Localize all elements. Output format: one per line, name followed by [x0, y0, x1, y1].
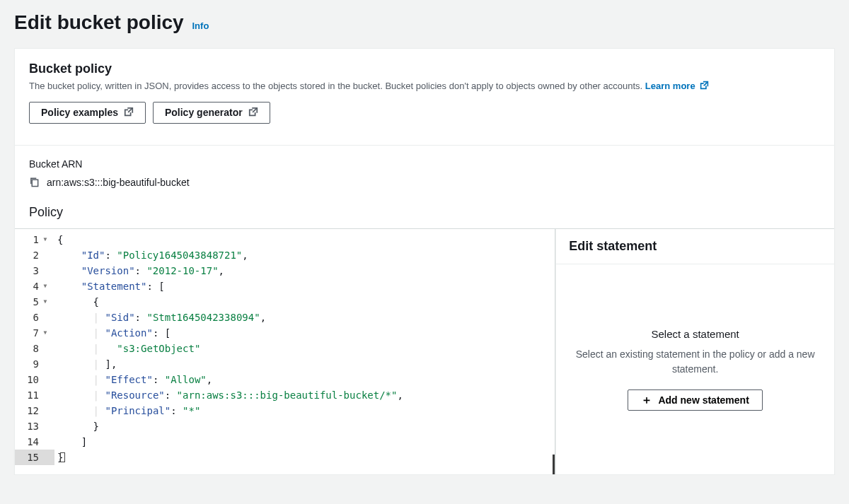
line-number: 8	[18, 341, 50, 356]
external-link-icon	[248, 107, 258, 119]
code-line[interactable]: }	[54, 450, 555, 465]
code-line[interactable]: "Id": "Policy1645043848721",	[54, 247, 555, 263]
code-line[interactable]: {	[54, 294, 555, 310]
fold-icon[interactable]: ▼	[42, 294, 49, 310]
code-line[interactable]: "Version": "2012-10-17",	[54, 263, 555, 279]
code-line[interactable]: | "Effect": "Allow",	[54, 372, 555, 387]
code-line[interactable]: {	[54, 232, 555, 247]
copy-icon[interactable]	[29, 177, 40, 187]
fold-icon[interactable]: ▼	[42, 325, 49, 341]
info-link[interactable]: Info	[192, 20, 209, 31]
line-number: 14	[18, 434, 50, 450]
code-line[interactable]: "Statement": [	[54, 279, 555, 294]
edit-statement-panel: Edit statement Select a statement Select…	[555, 229, 834, 474]
fold-icon[interactable]: ▼	[42, 232, 49, 247]
line-number: 10	[18, 372, 50, 387]
line-number: 12	[18, 403, 50, 418]
panel-title: Bucket policy	[29, 61, 820, 76]
code-line[interactable]: ]	[54, 434, 555, 450]
policy-examples-label: Policy examples	[41, 107, 118, 118]
panel-description-text: The bucket policy, written in JSON, prov…	[29, 81, 642, 91]
learn-more-text: Learn more	[645, 81, 695, 91]
line-number: 1▼	[18, 232, 50, 247]
policy-examples-button[interactable]: Policy examples	[29, 102, 146, 124]
page-title: Edit bucket policy	[14, 11, 184, 34]
line-number: 6	[18, 310, 50, 325]
learn-more-link[interactable]: Learn more	[645, 81, 709, 91]
line-number: 3	[18, 263, 50, 279]
select-statement-hint: Select an existing statement in the poli…	[573, 347, 817, 377]
code-line[interactable]: | "Resource": "arn:aws:s3:::big-beautifu…	[54, 387, 555, 403]
policy-generator-label: Policy generator	[165, 107, 243, 118]
policy-section-label: Policy	[29, 205, 820, 220]
add-new-statement-label: Add new statement	[658, 394, 749, 406]
policy-json-editor[interactable]: 1▼234▼5▼67▼89101112131415 { "Id": "Polic…	[15, 229, 555, 474]
panel-description: The bucket policy, written in JSON, prov…	[29, 79, 820, 93]
line-number: 11	[18, 387, 50, 403]
line-number: 2	[18, 247, 50, 263]
scrollbar-indicator[interactable]	[553, 455, 555, 474]
policy-generator-button[interactable]: Policy generator	[153, 102, 270, 124]
line-number: 5▼	[18, 294, 50, 310]
line-number: 4▼	[18, 279, 50, 294]
select-statement-title: Select a statement	[652, 328, 739, 340]
external-link-icon	[124, 107, 134, 119]
line-number: 13	[18, 418, 50, 434]
bucket-policy-panel: Bucket policy The bucket policy, written…	[14, 48, 835, 475]
code-line[interactable]: | "Sid": "Stmt1645042338094",	[54, 310, 555, 325]
line-number: 9	[18, 356, 50, 372]
external-link-icon	[700, 80, 709, 89]
line-number: 15	[15, 450, 54, 465]
code-line[interactable]: | "s3:GetObject"	[54, 341, 555, 356]
plus-icon: ＋	[641, 394, 652, 406]
line-number: 7▼	[18, 325, 50, 341]
fold-icon[interactable]: ▼	[42, 279, 49, 294]
code-line[interactable]: | "Principal": "*"	[54, 403, 555, 418]
add-new-statement-button[interactable]: ＋ Add new statement	[628, 389, 762, 411]
code-line[interactable]: | "Action": [	[54, 325, 555, 341]
code-line[interactable]: | ],	[54, 356, 555, 372]
bucket-arn-value: arn:aws:s3:::big-beautiful-bucket	[47, 177, 190, 188]
edit-statement-title: Edit statement	[569, 239, 821, 254]
svg-rect-0	[32, 180, 37, 186]
code-line[interactable]: }	[54, 418, 555, 434]
bucket-arn-label: Bucket ARN	[29, 158, 820, 170]
